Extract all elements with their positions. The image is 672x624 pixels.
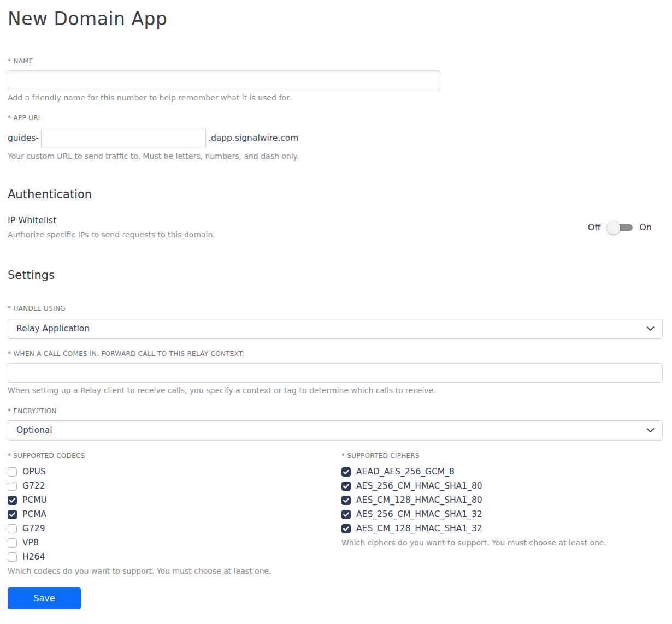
checkbox-label: AES_256_CM_HMAC_SHA1_80 xyxy=(356,481,482,491)
checkbox-option[interactable]: G722 xyxy=(8,479,341,493)
checkbox[interactable] xyxy=(341,510,351,519)
check-icon xyxy=(343,470,349,474)
codecs-column: * SUPPORTED CODECS OPUS G722 PCMU xyxy=(8,452,341,577)
ip-whitelist-text: IP Whitelist Authorize specific IPs to s… xyxy=(8,215,215,240)
toggle-on-label: On xyxy=(639,222,652,233)
handle-using-label: * HANDLE USING xyxy=(8,305,663,312)
codecs-help: Which codecs do you want to support. You… xyxy=(8,567,341,577)
checkbox-label: AEAD_AES_256_GCM_8 xyxy=(356,467,455,477)
app-url-row: guides- .dapp.signalwire.com xyxy=(8,128,663,148)
page-title: New Domain App xyxy=(8,5,663,33)
toggle-off-label: Off xyxy=(588,222,601,233)
ip-whitelist-toggle[interactable] xyxy=(607,221,633,234)
name-help: Add a friendly name for this number to h… xyxy=(8,93,663,103)
checkbox[interactable] xyxy=(8,538,17,548)
checkbox-label: PCMU xyxy=(22,495,47,505)
toggle-knob[interactable] xyxy=(607,221,620,234)
checkbox[interactable] xyxy=(341,467,351,477)
check-icon xyxy=(343,498,349,503)
checkbox-option[interactable]: AES_CM_128_HMAC_SHA1_80 xyxy=(341,493,663,507)
app-url-label: * APP URL xyxy=(8,114,663,122)
checkbox[interactable] xyxy=(8,496,17,505)
checkbox[interactable] xyxy=(8,467,17,477)
checkbox-option[interactable]: OPUS xyxy=(8,465,341,479)
ciphers-group: AEAD_AES_256_GCM_8 AES_256_CM_HMAC_SHA1_… xyxy=(341,465,663,536)
checkbox-label: AES_CM_128_HMAC_SHA1_80 xyxy=(356,495,482,505)
checkbox-option[interactable]: AES_256_CM_HMAC_SHA1_32 xyxy=(341,507,663,521)
authentication-heading: Authentication xyxy=(8,188,663,201)
ip-whitelist-label: IP Whitelist xyxy=(8,215,215,225)
checkbox-label: VP8 xyxy=(22,538,39,548)
handle-using-select[interactable]: Relay Application xyxy=(8,319,663,339)
checkbox-option[interactable]: AES_CM_128_HMAC_SHA1_32 xyxy=(341,521,663,536)
check-icon xyxy=(343,484,349,489)
checkbox[interactable] xyxy=(341,524,351,533)
ip-whitelist-toggle-group: Off On xyxy=(588,221,652,234)
settings-heading: Settings xyxy=(8,269,663,282)
checkbox-option[interactable]: PCMA xyxy=(8,507,341,521)
checkbox[interactable] xyxy=(8,482,17,491)
encryption-select[interactable]: Optional xyxy=(8,420,663,441)
checkbox-label: G722 xyxy=(22,481,45,491)
ciphers-help: Which ciphers do you want to support. Yo… xyxy=(341,538,663,548)
checkbox[interactable] xyxy=(341,496,351,505)
app-url-input[interactable] xyxy=(41,128,206,148)
checkbox-label: H264 xyxy=(22,552,45,562)
codecs-ciphers-columns: * SUPPORTED CODECS OPUS G722 PCMU xyxy=(8,452,663,577)
save-button[interactable]: Save xyxy=(8,587,81,609)
checkbox-option[interactable]: G729 xyxy=(8,521,341,536)
name-input[interactable] xyxy=(8,70,440,90)
check-icon xyxy=(9,512,15,517)
checkbox-label: G729 xyxy=(22,524,45,533)
checkbox-label: AES_256_CM_HMAC_SHA1_32 xyxy=(356,509,482,519)
new-domain-app-page: New Domain App * NAME Add a friendly nam… xyxy=(0,0,672,617)
check-icon xyxy=(343,526,349,531)
handle-using-selectwrap: Relay Application xyxy=(8,319,663,339)
checkbox-label: PCMA xyxy=(22,509,46,519)
app-url-prefix: guides- xyxy=(8,133,39,143)
checkbox[interactable] xyxy=(8,510,17,519)
ciphers-label: * SUPPORTED CIPHERS xyxy=(341,452,663,460)
name-label: * NAME xyxy=(8,57,663,65)
ciphers-column: * SUPPORTED CIPHERS AEAD_AES_256_GCM_8 A… xyxy=(341,452,663,577)
app-url-help: Your custom URL to send traffic to. Must… xyxy=(8,152,663,162)
app-url-suffix: .dapp.signalwire.com xyxy=(208,133,298,143)
relay-context-label: * WHEN A CALL COMES IN, FORWARD CALL TO … xyxy=(8,350,663,358)
ip-whitelist-help: Authorize specific IPs to send requests … xyxy=(8,230,215,240)
checkbox-option[interactable]: AES_256_CM_HMAC_SHA1_80 xyxy=(341,479,663,493)
codecs-group: OPUS G722 PCMU PCMA G729 xyxy=(8,465,341,564)
codecs-label: * SUPPORTED CODECS xyxy=(8,452,341,460)
ip-whitelist-row: IP Whitelist Authorize specific IPs to s… xyxy=(8,215,663,240)
checkbox-label: AES_CM_128_HMAC_SHA1_32 xyxy=(356,524,482,533)
encryption-label: * ENCRYPTION xyxy=(8,407,663,415)
checkbox-label: OPUS xyxy=(22,467,46,477)
checkbox-option[interactable]: PCMU xyxy=(8,493,341,507)
checkbox-option[interactable]: H264 xyxy=(8,550,341,564)
checkbox-option[interactable]: AEAD_AES_256_GCM_8 xyxy=(341,465,663,479)
relay-context-help: When setting up a Relay client to receiv… xyxy=(8,386,663,396)
checkbox-option[interactable]: VP8 xyxy=(8,536,341,550)
checkbox[interactable] xyxy=(341,482,351,491)
relay-context-input[interactable] xyxy=(8,363,663,383)
encryption-selectwrap: Optional xyxy=(8,420,663,441)
checkbox[interactable] xyxy=(8,552,17,562)
check-icon xyxy=(343,512,349,517)
check-icon xyxy=(9,498,15,503)
checkbox[interactable] xyxy=(8,524,17,533)
